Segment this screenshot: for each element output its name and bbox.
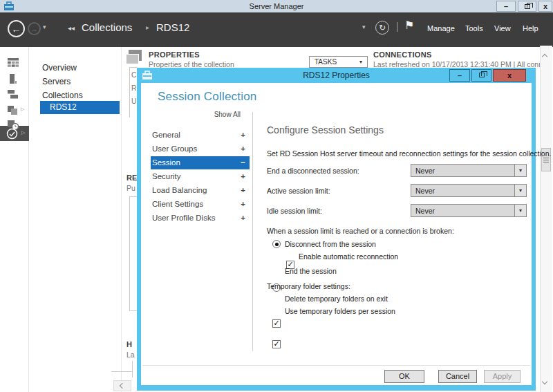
footer-separator: [142, 365, 530, 366]
session-limit-group-label: When a session limit is reached or a con…: [267, 227, 454, 235]
end-disconnected-session-dropdown[interactable]: Never ▾: [411, 164, 527, 177]
dialog-menu-client-settings[interactable]: Client Settings +: [151, 198, 250, 211]
dialog-menu-session-selected[interactable]: Session −: [151, 156, 250, 169]
nav-history-dropdown[interactable]: ▾: [43, 24, 46, 30]
dropdown-value: Never: [411, 167, 514, 175]
delete-temp-folders-label: Delete temporary folders on exit: [285, 295, 388, 303]
window-restore-button[interactable]: [518, 1, 536, 12]
breadcrumb-collections[interactable]: Collections: [82, 21, 132, 33]
temporary-folder-group-label: Temporary folder settings:: [267, 282, 350, 290]
clipped-text-fragment: La: [126, 351, 135, 359]
main-vertical-scrollbar[interactable]: [540, 46, 552, 392]
dialog-title: RDS12 Properties: [303, 71, 370, 80]
local-server-icon[interactable]: [10, 74, 17, 84]
expander-plus-icon[interactable]: +: [241, 212, 245, 225]
menu-help[interactable]: Help: [523, 24, 538, 32]
dropdown-arrow-icon[interactable]: ▾: [514, 205, 526, 216]
dropdown-value: Never: [411, 207, 514, 215]
expand-module-arrow[interactable]: ▷: [21, 106, 24, 112]
breadcrumb-rds12[interactable]: RDS12: [156, 21, 189, 33]
module-icon-strip: ▷ ▷: [0, 47, 29, 392]
expander-minus-icon[interactable]: −: [241, 156, 245, 169]
all-servers-icon[interactable]: [8, 90, 18, 99]
use-temp-folders-checkbox[interactable]: ✓: [272, 340, 281, 348]
tasks-button-label: TASKS: [315, 58, 337, 66]
clipped-panel-border: [129, 310, 137, 311]
menu-divider: [252, 112, 253, 351]
expander-plus-icon[interactable]: +: [241, 129, 245, 142]
back-button[interactable]: ←: [8, 20, 25, 37]
clipped-panel-border: [132, 361, 133, 377]
tasks-button[interactable]: TASKS ▾: [309, 56, 368, 68]
dropdown-arrow-icon[interactable]: ▾: [514, 185, 526, 196]
window-title: Server Manager: [0, 0, 553, 12]
clipped-text-fragment: C: [131, 71, 137, 79]
delete-temp-folders-checkbox[interactable]: ✓: [272, 319, 281, 328]
expander-plus-icon[interactable]: +: [241, 142, 245, 156]
use-temp-folders-label: Use temporary folders per session: [285, 307, 395, 315]
clipped-panel-border: [129, 67, 130, 118]
sidebar-item-rds12-selected[interactable]: RDS12: [40, 101, 120, 114]
sidebar-item-servers[interactable]: Servers: [42, 76, 118, 87]
notifications-flag-icon[interactable]: ⚑: [404, 19, 414, 32]
configure-session-settings-heading: Configure Session Settings: [267, 124, 384, 136]
window-minimize-button[interactable]: –: [496, 1, 516, 12]
dashboard-icon[interactable]: [8, 58, 19, 67]
dialog-restore-button[interactable]: [471, 69, 491, 82]
active-session-limit-label: Active session limit:: [267, 187, 330, 195]
dialog-close-button[interactable]: x: [493, 69, 526, 82]
window-titlebar: Server Manager – x: [0, 0, 553, 12]
breadcrumb-separator-icon: ▸: [146, 24, 149, 31]
restore-icon: [479, 73, 485, 77]
dialog-minimize-button[interactable]: –: [449, 69, 470, 82]
show-all-link[interactable]: Show All: [178, 111, 241, 118]
navigation-bar: ← → ▾ ◂◂ Collections ▸ RDS12 ▾ ↻ | ⚑ Man…: [0, 12, 553, 47]
dropdown-arrow-icon[interactable]: ▾: [514, 165, 526, 176]
apply-button[interactable]: Apply: [484, 370, 521, 383]
window-close-button[interactable]: x: [538, 1, 552, 12]
expander-plus-icon[interactable]: +: [241, 170, 245, 183]
end-the-session-label: End the session: [285, 267, 337, 275]
clipped-section-heading: RE: [126, 174, 137, 182]
rds12-properties-dialog: RDS12 Properties – x Session Collection …: [137, 68, 536, 391]
disconnect-from-session-radio[interactable]: [272, 240, 281, 248]
cancel-button[interactable]: Cancel: [438, 370, 477, 383]
dialog-menu-security[interactable]: Security +: [151, 170, 250, 183]
properties-panel-title: PROPERTIES: [149, 50, 200, 59]
file-storage-services-icon[interactable]: [8, 106, 18, 115]
idle-session-limit-label: Idle session limit:: [267, 207, 322, 215]
expander-plus-icon[interactable]: +: [241, 198, 245, 211]
refresh-dropdown-caret[interactable]: ▾: [362, 24, 366, 30]
menu-tools[interactable]: Tools: [465, 24, 483, 32]
clipped-section-heading: H: [126, 340, 132, 348]
menu-manage[interactable]: Manage: [427, 24, 455, 32]
chevron-left-icon: [120, 383, 125, 389]
clipped-panel-border: [129, 67, 137, 68]
dialog-menu-user-profile-disks[interactable]: User Profile Disks +: [151, 212, 250, 225]
expand-selected-module-arrow[interactable]: ▷: [21, 130, 25, 136]
forward-button[interactable]: →: [28, 22, 41, 35]
dialog-menu-load-balancing[interactable]: Load Balancing +: [151, 184, 250, 197]
disconnect-from-session-label: Disconnect from the session: [285, 240, 376, 248]
clipped-text-fragment: Pu: [126, 184, 135, 192]
ok-button[interactable]: OK: [384, 370, 424, 383]
scroll-down-button[interactable]: [543, 374, 547, 386]
remote-desktop-services-icon[interactable]: [6, 128, 18, 140]
clipped-text-fragment: U: [131, 97, 137, 105]
active-session-limit-dropdown[interactable]: Never ▾: [411, 184, 527, 197]
dropdown-value: Never: [411, 187, 514, 195]
idle-session-limit-dropdown[interactable]: Never ▾: [411, 204, 527, 217]
scroll-up-button[interactable]: [543, 49, 547, 62]
dialog-menu-user-groups[interactable]: User Groups +: [151, 142, 250, 156]
refresh-button[interactable]: ↻: [375, 21, 389, 35]
dialog-menu-general[interactable]: General +: [151, 129, 250, 142]
sidebar-item-collections[interactable]: Collections: [42, 90, 118, 101]
sidebar-item-overview[interactable]: Overview: [42, 62, 118, 73]
sidebar-navigation: Overview Servers Collections RDS12: [30, 47, 122, 392]
menu-view[interactable]: View: [494, 24, 511, 32]
expander-plus-icon[interactable]: +: [241, 184, 245, 197]
clipped-text-fragment: R: [131, 84, 137, 92]
breadcrumb-collapse-icon[interactable]: ◂◂: [68, 24, 75, 32]
scroll-left-button[interactable]: [113, 380, 131, 391]
dialog-app-icon: [142, 71, 153, 80]
